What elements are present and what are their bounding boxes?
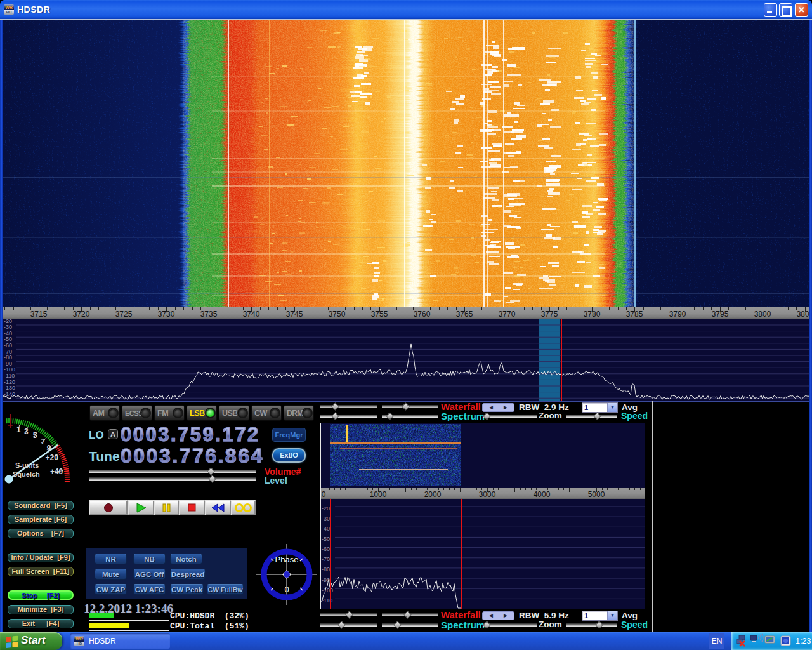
svg-text:-90: -90 (4, 361, 12, 367)
svg-text:0: 0 (284, 585, 289, 594)
svg-text:5: 5 (33, 431, 37, 440)
svg-text:-70: -70 (322, 556, 330, 562)
svg-text:-100: -100 (322, 587, 333, 594)
svg-text:-80: -80 (322, 566, 330, 573)
svg-text:-120: -120 (4, 379, 15, 385)
svg-text:3: 3 (24, 427, 29, 436)
svg-text:-70: -70 (4, 348, 12, 355)
svg-text:Phase: Phase (275, 555, 299, 564)
svg-text:-80: -80 (4, 354, 12, 361)
svg-text:1: 1 (16, 425, 21, 434)
svg-text:+40: +40 (50, 467, 63, 476)
svg-text:1:23: 1:23 (796, 637, 811, 646)
svg-text:-30: -30 (322, 515, 330, 522)
svg-text:-50: -50 (4, 336, 12, 342)
svg-text:-50: -50 (322, 536, 330, 542)
svg-text:-40: -40 (322, 526, 330, 532)
svg-text:-60: -60 (322, 546, 330, 552)
svg-text:+20: +20 (46, 453, 59, 462)
svg-text:-110: -110 (4, 373, 15, 379)
svg-text:-100: -100 (4, 366, 15, 373)
svg-text:Squelch: Squelch (13, 470, 40, 478)
svg-text:-120: -120 (322, 607, 333, 609)
svg-text:-130: -130 (4, 385, 15, 391)
svg-text:-60: -60 (4, 342, 12, 348)
svg-text:S-units: S-units (15, 461, 39, 469)
svg-text:-40: -40 (4, 330, 12, 336)
svg-text:-20: -20 (322, 505, 330, 512)
svg-text:-30: -30 (4, 324, 12, 330)
svg-text:7: 7 (41, 437, 45, 446)
